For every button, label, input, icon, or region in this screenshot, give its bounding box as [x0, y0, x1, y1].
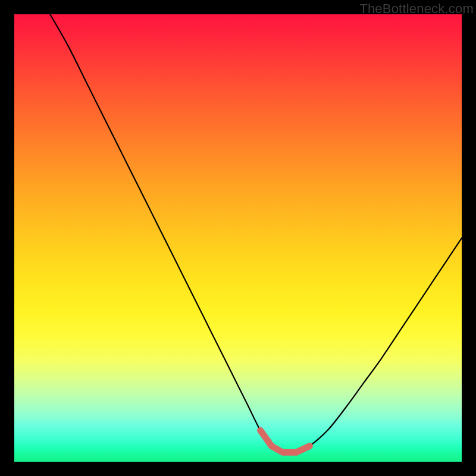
chart-container: TheBottleneck.com [0, 0, 476, 476]
watermark-text: TheBottleneck.com [359, 1, 474, 17]
optimal-range-highlight [14, 14, 462, 462]
plot-area [14, 14, 462, 462]
